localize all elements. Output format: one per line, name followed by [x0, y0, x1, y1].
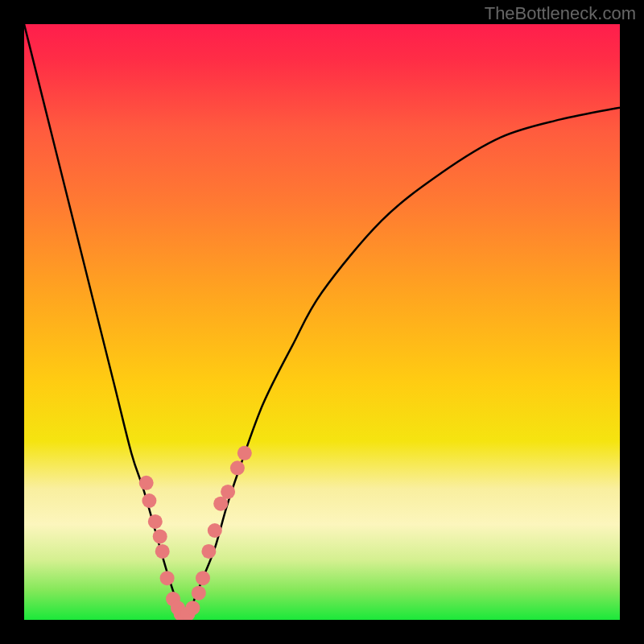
scatter-point: [192, 586, 206, 601]
scatter-point: [142, 493, 156, 508]
scatter-point: [148, 514, 163, 529]
scatter-point: [153, 529, 167, 543]
scatter-point: [237, 446, 252, 460]
watermark-text: TheBottleneck.com: [485, 3, 636, 24]
scatter-point: [196, 571, 210, 585]
chart-plot-area: [24, 24, 620, 620]
scatter-point: [160, 571, 175, 585]
scatter-point: [139, 476, 154, 490]
scatter-point: [230, 460, 245, 475]
scatter-point: [155, 544, 170, 559]
scatter-points-group: [139, 446, 252, 620]
scatter-point: [185, 601, 200, 615]
chart-svg: [24, 24, 620, 620]
bottleneck-curve: [24, 24, 620, 620]
scatter-point: [221, 485, 235, 499]
scatter-point: [201, 544, 216, 559]
scatter-point: [208, 523, 222, 538]
